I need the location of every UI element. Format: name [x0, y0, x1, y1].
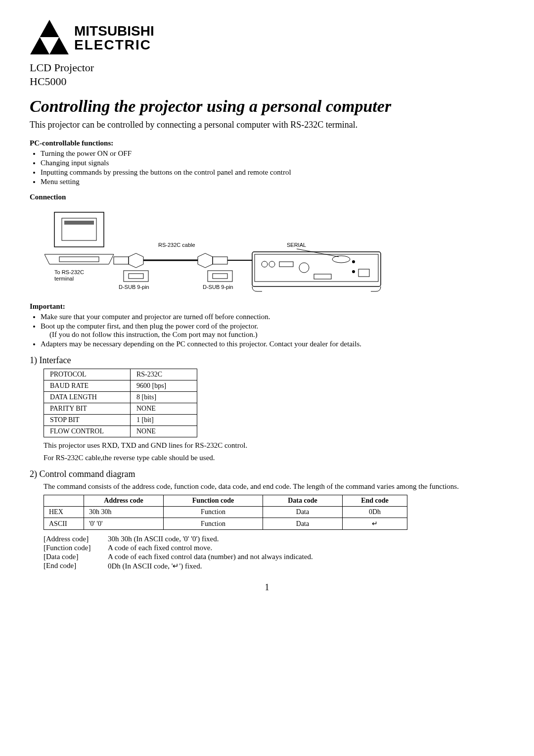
list-item: Changing input signals [41, 159, 504, 167]
svg-rect-13 [213, 274, 227, 279]
list-item: Turning the power ON or OFF [41, 149, 504, 158]
svg-rect-22 [314, 274, 331, 279]
svg-rect-9 [124, 271, 148, 282]
svg-point-19 [269, 261, 275, 267]
page-title: Controlling the projector using a person… [30, 97, 504, 116]
svg-line-15 [297, 249, 339, 257]
dsub-left-label: D-SUB 9-pin [119, 284, 149, 290]
svg-marker-1 [30, 37, 49, 54]
svg-rect-7 [114, 257, 129, 264]
interface-table: PROTOCOLRS-232C BAUD RATE9600 [bps] DATA… [44, 369, 197, 437]
important-list: Make sure that your computer and project… [41, 313, 504, 348]
command-table: Address code Function code Data code End… [44, 495, 407, 530]
to-terminal-label-2: terminal [54, 276, 74, 282]
table-header-row: Address code Function code Data code End… [44, 495, 407, 507]
svg-marker-0 [40, 20, 59, 37]
table-row: ASCII '0' '0' Function Data ↵ [44, 518, 407, 530]
list-item: Adapters may be necessary depending on t… [41, 340, 504, 348]
list-item: Menu setting [41, 178, 504, 186]
table-row: DATA LENGTH8 [bits] [44, 392, 197, 403]
important-heading: Important: [30, 302, 504, 311]
svg-rect-26 [358, 269, 369, 277]
to-terminal-label-1: To RS-232C [54, 269, 84, 275]
svg-rect-17 [255, 254, 378, 282]
product-line: LCD Projector [30, 61, 504, 74]
triangles-icon [30, 20, 69, 56]
svg-rect-12 [208, 271, 232, 282]
def-row: [Function code]A code of each fixed cont… [44, 544, 504, 552]
section-2-para: The command consists of the address code… [44, 482, 504, 491]
brand-bottom: ELECTRIC [74, 38, 154, 52]
iface-note-1: This projector uses RXD, TXD and GND lin… [44, 441, 504, 450]
lead-text: This projector can be controlled by conn… [30, 120, 504, 130]
svg-point-21 [299, 263, 309, 273]
svg-point-23 [332, 256, 350, 263]
connection-heading: Connection [30, 193, 504, 201]
pc-functions-heading: PC-controllable functions: [30, 139, 504, 147]
svg-point-24 [352, 260, 355, 263]
svg-rect-10 [129, 274, 143, 279]
page-number: 1 [30, 582, 504, 593]
svg-rect-20 [279, 262, 293, 267]
def-row: [End code]0Dh (In ASCII code, '↵') fixed… [44, 562, 504, 570]
table-row: STOP BIT1 [bit] [44, 415, 197, 426]
svg-marker-2 [49, 37, 69, 54]
list-item: Inputting commands by pressing the butto… [41, 168, 504, 177]
brand-top: MITSUBISHI [74, 24, 154, 38]
connection-diagram: To RS-232C terminal D-SUB 9-pin RS-232C … [44, 207, 391, 296]
brand-logo: MITSUBISHI ELECTRIC [30, 20, 504, 56]
section-1-heading: 1) Interface [30, 355, 504, 366]
pc-functions-list: Turning the power ON or OFF Changing inp… [41, 149, 504, 186]
table-row: BAUD RATE9600 [bps] [44, 380, 197, 392]
section-2-heading: 2) Control command diagram [30, 469, 504, 479]
svg-rect-6 [59, 257, 99, 262]
cable-label: RS-232C cable [158, 242, 195, 248]
dsub-right-label: D-SUB 9-pin [203, 284, 233, 290]
list-item-sub: (If you do not follow this instruction, … [49, 331, 504, 339]
list-item: Make sure that your computer and project… [41, 313, 504, 321]
def-row: [Data code]A code of each fixed control … [44, 553, 504, 561]
definitions-block: [Address code]30h 30h (In ASCII code, '0… [44, 535, 504, 570]
svg-point-18 [262, 261, 267, 267]
table-row: HEX 30h 30h Function Data 0Dh [44, 507, 407, 518]
table-row: PARITY BITNONE [44, 403, 197, 415]
serial-label: SERIAL [287, 242, 306, 248]
svg-rect-5 [64, 221, 94, 225]
def-row: [Address code]30h 30h (In ASCII code, '0… [44, 535, 504, 543]
list-item-text: Boot up the computer first, and then plu… [41, 322, 258, 330]
iface-note-2: For RS-232C cable,the reverse type cable… [44, 454, 504, 462]
table-row: FLOW CONTROLNONE [44, 426, 197, 437]
list-item: Boot up the computer first, and then plu… [41, 322, 504, 339]
table-row: PROTOCOLRS-232C [44, 369, 197, 380]
svg-point-25 [352, 270, 355, 273]
svg-rect-11 [213, 257, 227, 264]
model: HC5000 [30, 75, 504, 88]
